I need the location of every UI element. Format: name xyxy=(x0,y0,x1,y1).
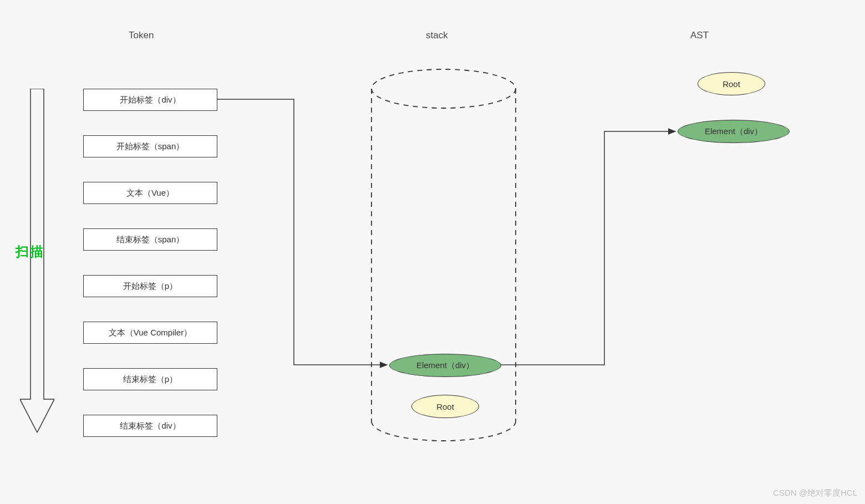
token-item: 开始标签（span） xyxy=(83,135,217,157)
ast-node-element-div: Element（div） xyxy=(678,120,790,143)
ast-node-root: Root xyxy=(698,72,765,95)
token-item: 开始标签（p） xyxy=(83,275,217,297)
stack-cylinder xyxy=(366,67,521,444)
scan-label: 扫描 xyxy=(16,243,44,261)
stack-node-element-div: Element（div） xyxy=(389,354,501,377)
heading-stack: stack xyxy=(426,30,448,41)
heading-ast: AST xyxy=(690,30,709,41)
token-item: 文本（Vue） xyxy=(83,182,217,204)
token-item: 结束标签（div） xyxy=(83,415,217,437)
heading-token: Token xyxy=(129,30,154,41)
token-item: 结束标签（span） xyxy=(83,228,217,251)
watermark: CSDN @绝对零度HCL xyxy=(773,488,857,498)
token-item: 开始标签（div） xyxy=(83,89,217,111)
stack-node-root: Root xyxy=(411,395,479,418)
token-item: 结束标签（p） xyxy=(83,368,217,390)
scan-arrow xyxy=(20,89,54,432)
svg-point-0 xyxy=(372,69,516,108)
token-item: 文本（Vue Compiler） xyxy=(83,322,217,344)
